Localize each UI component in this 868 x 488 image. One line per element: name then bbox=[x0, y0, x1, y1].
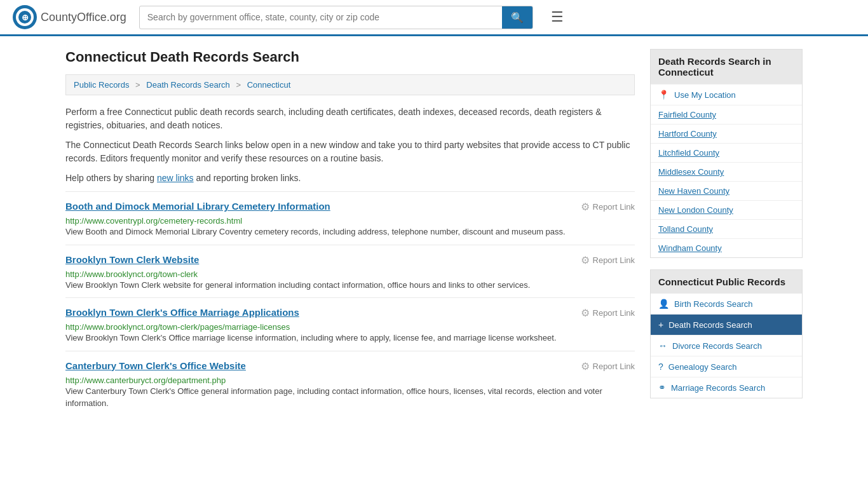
county-list: Fairfield CountyHartford CountyLitchfiel… bbox=[651, 105, 802, 257]
result-title-0[interactable]: Booth and Dimock Memorial Library Cemete… bbox=[65, 201, 330, 212]
svg-text:⊕: ⊕ bbox=[22, 13, 29, 22]
report-link-btn-0[interactable]: ⚙ Report Link bbox=[581, 201, 635, 213]
public-records-list: 👤 Birth Records Search + Death Records S… bbox=[651, 294, 802, 398]
sidebar: Death Records Search in Connecticut 📍 Us… bbox=[650, 49, 803, 416]
breadcrumb: Public Records > Death Records Search > … bbox=[65, 74, 635, 95]
sidebar-county-1[interactable]: Hartford County bbox=[651, 124, 802, 143]
record-icon-0: 👤 bbox=[658, 299, 669, 309]
breadcrumb-public-records[interactable]: Public Records bbox=[74, 80, 129, 90]
result-desc-2: View Brooklyn Town Clerk's Office marria… bbox=[65, 332, 635, 344]
sidebar-county-3[interactable]: Middlesex County bbox=[651, 162, 802, 181]
result-desc-1: View Brooklyn Town Clerk website for gen… bbox=[65, 279, 635, 292]
breadcrumb-sep-2: > bbox=[236, 80, 241, 90]
result-header: Booth and Dimock Memorial Library Cemete… bbox=[65, 201, 635, 213]
content-area: Connecticut Death Records Search Public … bbox=[65, 49, 635, 416]
report-icon-1: ⚙ bbox=[581, 254, 590, 266]
result-title-1[interactable]: Brooklyn Town Clerk Website bbox=[65, 254, 199, 265]
report-link-btn-1[interactable]: ⚙ Report Link bbox=[581, 254, 635, 266]
menu-button[interactable]: ☰ bbox=[546, 6, 569, 28]
sidebar-county-5[interactable]: New London County bbox=[651, 200, 802, 219]
sidebar-county-7[interactable]: Windham County bbox=[651, 238, 802, 257]
record-label-0: Birth Records Search bbox=[674, 299, 753, 309]
breadcrumb-sep-1: > bbox=[135, 80, 140, 90]
sidebar-record-4[interactable]: ⚭ Marriage Records Search bbox=[651, 377, 802, 398]
breadcrumb-connecticut[interactable]: Connecticut bbox=[247, 80, 291, 90]
report-icon-0: ⚙ bbox=[581, 201, 590, 213]
main-container: Connecticut Death Records Search Public … bbox=[53, 36, 815, 429]
results-list: Booth and Dimock Memorial Library Cemete… bbox=[65, 191, 635, 416]
record-label-3: Genealogy Search bbox=[668, 362, 737, 372]
logo-link[interactable]: ⊕ CountyOffice.org bbox=[13, 5, 126, 29]
report-label-0: Report Link bbox=[593, 202, 635, 212]
report-link-btn-2[interactable]: ⚙ Report Link bbox=[581, 307, 635, 319]
logo-icon: ⊕ bbox=[13, 5, 37, 29]
report-icon-3: ⚙ bbox=[581, 360, 590, 372]
result-header: Canterbury Town Clerk's Office Website ⚙… bbox=[65, 360, 635, 372]
record-icon-4: ⚭ bbox=[658, 383, 666, 393]
result-desc-3: View Canterbury Town Clerk's Office gene… bbox=[65, 385, 635, 410]
result-url-1[interactable]: http://www.brooklynct.org/town-clerk bbox=[65, 269, 198, 279]
description-2: The Connecticut Death Records Search lin… bbox=[65, 139, 635, 165]
sidebar-use-location[interactable]: 📍 Use My Location bbox=[651, 84, 802, 105]
search-input[interactable] bbox=[140, 7, 502, 27]
result-header: Brooklyn Town Clerk Website ⚙ Report Lin… bbox=[65, 254, 635, 266]
report-label-1: Report Link bbox=[593, 255, 635, 265]
record-label-2: Divorce Records Search bbox=[672, 341, 762, 351]
result-url-3[interactable]: http://www.canterburyct.org/department.p… bbox=[65, 376, 226, 385]
use-location-label: Use My Location bbox=[674, 90, 736, 100]
sidebar-section-records: Connecticut Public Records 👤 Birth Recor… bbox=[650, 269, 803, 398]
header: ⊕ CountyOffice.org 🔍 ☰ bbox=[0, 0, 868, 36]
result-item: Brooklyn Town Clerk Website ⚙ Report Lin… bbox=[65, 245, 635, 298]
search-icon: 🔍 bbox=[511, 12, 524, 23]
report-label-3: Report Link bbox=[593, 362, 635, 371]
result-header: Brooklyn Town Clerk's Office Marriage Ap… bbox=[65, 307, 635, 319]
result-url-2[interactable]: http://www.brooklynct.org/town-clerk/pag… bbox=[65, 322, 290, 332]
new-links-link[interactable]: new links bbox=[157, 173, 194, 183]
sidebar-record-2[interactable]: ↔ Divorce Records Search bbox=[651, 335, 802, 356]
sidebar-title-records: Connecticut Public Records bbox=[651, 270, 802, 294]
page-title: Connecticut Death Records Search bbox=[65, 49, 635, 65]
sidebar-title-counties: Death Records Search in Connecticut bbox=[651, 50, 802, 84]
description-1: Perform a free Connecticut public death … bbox=[65, 105, 635, 132]
sidebar-county-2[interactable]: Litchfield County bbox=[651, 143, 802, 162]
report-icon-2: ⚙ bbox=[581, 307, 590, 319]
logo-text: CountyOffice.org bbox=[41, 11, 126, 24]
sidebar-county-0[interactable]: Fairfield County bbox=[651, 105, 802, 124]
sidebar-county-4[interactable]: New Haven County bbox=[651, 181, 802, 200]
result-title-3[interactable]: Canterbury Town Clerk's Office Website bbox=[65, 360, 246, 371]
sidebar-county-6[interactable]: Tolland County bbox=[651, 219, 802, 238]
result-url-0[interactable]: http://www.coventrypl.org/cemetery-recor… bbox=[65, 216, 242, 226]
record-icon-1: + bbox=[658, 320, 663, 330]
sidebar-record-1[interactable]: + Death Records Search bbox=[651, 314, 802, 335]
record-icon-2: ↔ bbox=[658, 341, 667, 351]
result-title-2[interactable]: Brooklyn Town Clerk's Office Marriage Ap… bbox=[65, 307, 299, 318]
result-desc-0: View Booth and Dimock Memorial Library C… bbox=[65, 226, 635, 238]
breadcrumb-death-records[interactable]: Death Records Search bbox=[146, 80, 230, 90]
location-icon: 📍 bbox=[658, 90, 669, 100]
record-icon-3: ? bbox=[658, 362, 663, 372]
report-link-btn-3[interactable]: ⚙ Report Link bbox=[581, 360, 635, 372]
sidebar-record-3[interactable]: ? Genealogy Search bbox=[651, 356, 802, 377]
result-item: Canterbury Town Clerk's Office Website ⚙… bbox=[65, 351, 635, 416]
hamburger-icon: ☰ bbox=[551, 9, 564, 25]
record-label-4: Marriage Records Search bbox=[671, 383, 765, 393]
record-label-1: Death Records Search bbox=[668, 320, 752, 330]
result-item: Booth and Dimock Memorial Library Cemete… bbox=[65, 191, 635, 245]
result-item: Brooklyn Town Clerk's Office Marriage Ap… bbox=[65, 297, 635, 351]
search-bar: 🔍 bbox=[139, 6, 533, 29]
report-label-2: Report Link bbox=[593, 308, 635, 318]
search-button[interactable]: 🔍 bbox=[502, 6, 532, 29]
description-3: Help others by sharing new links and rep… bbox=[65, 172, 635, 185]
sidebar-section-counties: Death Records Search in Connecticut 📍 Us… bbox=[650, 49, 803, 258]
sidebar-record-0[interactable]: 👤 Birth Records Search bbox=[651, 294, 802, 314]
